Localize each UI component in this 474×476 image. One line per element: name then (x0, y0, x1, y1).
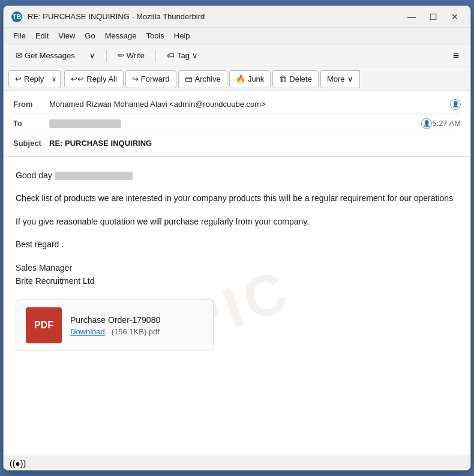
pdf-icon: PDF (26, 307, 62, 343)
menu-file[interactable]: File (8, 29, 31, 42)
toolbar-separator-2 (155, 50, 156, 62)
app-icon: TB (11, 11, 23, 23)
email-paragraph-4: Sales Manager Brite Recruitment Ltd (16, 261, 458, 288)
action-toolbar: ↩ Reply ∨ ↩↩ Reply All ↪ Forward 🗃 Archi… (4, 67, 470, 91)
more-group: More ∨ (320, 70, 360, 88)
archive-icon: 🗃 (185, 74, 193, 83)
maximize-button[interactable]: ☐ (425, 10, 442, 23)
tag-dropdown-icon: ∨ (192, 51, 198, 60)
junk-icon: 🔥 (236, 74, 245, 83)
reply-dropdown-icon: ∨ (52, 75, 56, 83)
attachment-size: (156.1KB).pdf (107, 327, 159, 336)
more-label: More (327, 74, 345, 83)
to-label: To (13, 119, 49, 128)
toolbar-separator-1 (106, 50, 107, 62)
close-button[interactable]: ✕ (446, 10, 463, 23)
attachment-area: PDF Purchase Order-179080 Download (156.… (16, 300, 458, 351)
main-toolbar: ✉ Get Messages ∨ ✏ Write 🏷 Tag ∨ ≡ (4, 44, 470, 67)
subject-value: RE: PURCHASE INQUIRING (49, 139, 461, 148)
archive-label: Archive (195, 74, 221, 83)
more-button[interactable]: More ∨ (320, 70, 360, 88)
menu-tools[interactable]: Tools (141, 29, 169, 42)
download-link[interactable]: Download (70, 327, 105, 336)
menu-edit[interactable]: Edit (31, 29, 53, 42)
email-paragraph-2: If you give reasonable quotation we will… (16, 215, 458, 228)
write-label: Write (127, 51, 145, 60)
svg-text:TB: TB (13, 13, 22, 20)
get-messages-button[interactable]: ✉ Get Messages (10, 49, 81, 62)
to-value (49, 119, 418, 128)
reply-button[interactable]: ↩ Reply (8, 70, 50, 88)
from-contact-icon[interactable]: 👤 (450, 99, 461, 110)
tag-label: Tag (177, 51, 190, 60)
attachment-info: Purchase Order-179080 Download (156.1KB)… (70, 315, 160, 336)
size-value: (156.1KB).pdf (112, 327, 160, 336)
to-field: To 👤 5:27 AM (13, 114, 461, 133)
junk-label: Junk (248, 74, 264, 83)
attachment-name: Purchase Order-179080 (70, 315, 160, 325)
subject-field: Subject RE: PURCHASE INQUIRING (13, 133, 461, 152)
reply-dropdown-button[interactable]: ∨ (48, 70, 61, 88)
statusbar: ((●)) (4, 456, 470, 470)
recipient-redacted (49, 119, 121, 128)
delete-button[interactable]: 🗑 Delete (272, 70, 319, 88)
greeting-text: Good day (16, 170, 52, 180)
window-title: RE: PURCHASE INQUIRING - Mozilla Thunder… (28, 12, 403, 21)
forward-button[interactable]: ↪ Forward (125, 70, 176, 88)
menu-go[interactable]: Go (80, 29, 100, 42)
forward-label: Forward (141, 74, 170, 83)
from-field: From Mohamed Rizwan Mohamed Alavi <admin… (13, 95, 461, 114)
titlebar: TB RE: PURCHASE INQUIRING - Mozilla Thun… (4, 6, 470, 28)
write-button[interactable]: ✏ Write (112, 49, 151, 62)
get-messages-dropdown[interactable]: ∨ (83, 49, 101, 62)
archive-button[interactable]: 🗃 Archive (178, 70, 227, 88)
reply-label: Reply (24, 74, 44, 83)
email-time: 5:27 AM (432, 119, 461, 128)
email-paragraph-1: Check list of products we are interested… (16, 191, 458, 205)
minimize-button[interactable]: — (403, 10, 420, 23)
reply-all-label: Reply All (86, 74, 117, 83)
window-controls: — ☐ ✕ (403, 10, 463, 23)
from-value: Mohamed Rizwan Mohamed Alavi <admin@roun… (49, 100, 446, 109)
connection-icon: ((●)) (10, 459, 26, 468)
get-messages-label: Get Messages (25, 51, 75, 60)
dropdown-arrow-icon: ∨ (89, 51, 95, 60)
more-dropdown-icon: ∨ (347, 74, 353, 83)
to-contact-icon[interactable]: 👤 (421, 118, 432, 129)
forward-icon: ↪ (132, 74, 139, 83)
menu-view[interactable]: View (53, 29, 80, 42)
email-header: From Mohamed Rizwan Mohamed Alavi <admin… (4, 91, 470, 157)
greeting-name-redacted (55, 172, 133, 180)
menu-help[interactable]: Help (169, 29, 195, 42)
tag-button[interactable]: 🏷 Tag ∨ (161, 49, 204, 62)
email-greeting: Good day (16, 169, 458, 182)
email-body: PIC Good day Check list of products we a… (4, 157, 470, 456)
main-window: TB RE: PURCHASE INQUIRING - Mozilla Thun… (3, 5, 471, 471)
attachment-download-line: Download (156.1KB).pdf (70, 327, 160, 336)
reply-icon: ↩ (15, 74, 22, 83)
reply-all-icon: ↩↩ (71, 74, 84, 83)
sender-company: Brite Recruitment Ltd (16, 276, 95, 286)
sender-title: Sales Manager (16, 263, 72, 273)
menubar: File Edit View Go Message Tools Help (4, 28, 470, 44)
reply-all-button[interactable]: ↩↩ Reply All (64, 70, 124, 88)
subject-label: Subject (13, 139, 49, 148)
email-body-text: Good day Check list of products we are i… (16, 169, 458, 288)
junk-button[interactable]: 🔥 Junk (229, 70, 271, 88)
delete-label: Delete (289, 74, 312, 83)
menu-message[interactable]: Message (100, 29, 142, 42)
email-paragraph-3: Best regard . (16, 238, 458, 251)
attachment-card: PDF Purchase Order-179080 Download (156.… (16, 300, 214, 351)
delete-icon: 🗑 (279, 74, 287, 83)
tag-icon: 🏷 (167, 51, 175, 60)
hamburger-menu-button[interactable]: ≡ (448, 47, 464, 64)
write-icon: ✏ (118, 51, 124, 60)
get-messages-icon: ✉ (16, 51, 22, 60)
from-label: From (13, 100, 49, 109)
reply-group: ↩ Reply ∨ (8, 70, 61, 88)
